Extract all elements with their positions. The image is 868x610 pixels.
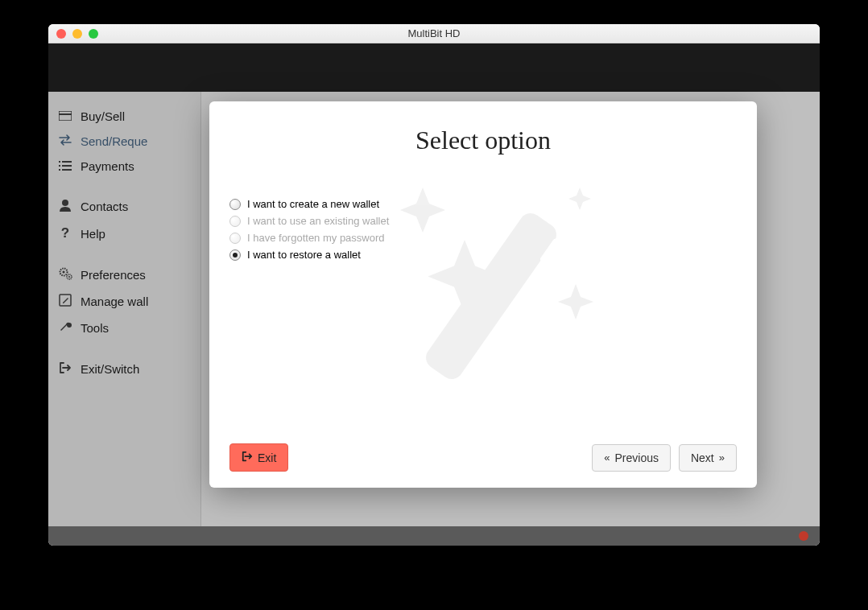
sign-out-icon [242, 451, 253, 464]
close-window-button[interactable] [56, 29, 66, 39]
exit-button[interactable]: Exit [229, 443, 288, 472]
radio-icon [229, 199, 241, 210]
next-button[interactable]: Next » [679, 444, 737, 472]
option-restore-wallet[interactable]: I want to restore a wallet [229, 246, 737, 263]
window-title: MultiBit HD [48, 27, 820, 39]
button-label: Exit [258, 451, 276, 464]
option-label: I want to restore a wallet [247, 249, 361, 261]
button-label: Previous [615, 451, 659, 464]
app-window: MultiBit HD Buy/Sell Send/Reque Paymen [48, 24, 820, 546]
option-label: I want to create a new wallet [247, 198, 379, 210]
connection-status-indicator [799, 531, 808, 541]
titlebar: MultiBit HD [48, 24, 820, 43]
chevron-right-double-icon: » [719, 451, 725, 464]
window-controls [48, 29, 98, 39]
select-option-modal: Select option I want to create a new wal… [209, 101, 757, 488]
option-forgot-password: I have forgotten my password [229, 229, 737, 246]
option-create-new-wallet[interactable]: I want to create a new wallet [229, 196, 737, 212]
modal-body: I want to create a new wallet I want to … [229, 196, 737, 435]
modal-footer: Exit « Previous Next » [229, 435, 737, 472]
status-bar [48, 526, 820, 546]
radio-icon [229, 233, 241, 244]
option-label: I have forgotten my password [247, 232, 385, 244]
app-header [48, 43, 820, 92]
previous-button[interactable]: « Previous [592, 444, 671, 472]
button-label: Next [691, 451, 714, 464]
chevron-left-double-icon: « [604, 451, 610, 464]
option-label: I want to use an existing wallet [247, 215, 389, 227]
modal-title: Select option [229, 126, 737, 155]
option-use-existing-wallet: I want to use an existing wallet [229, 212, 737, 229]
option-list: I want to create a new wallet I want to … [229, 196, 737, 263]
minimize-window-button[interactable] [72, 29, 82, 39]
radio-icon [229, 216, 241, 227]
radio-icon [229, 249, 241, 261]
zoom-window-button[interactable] [89, 29, 98, 39]
